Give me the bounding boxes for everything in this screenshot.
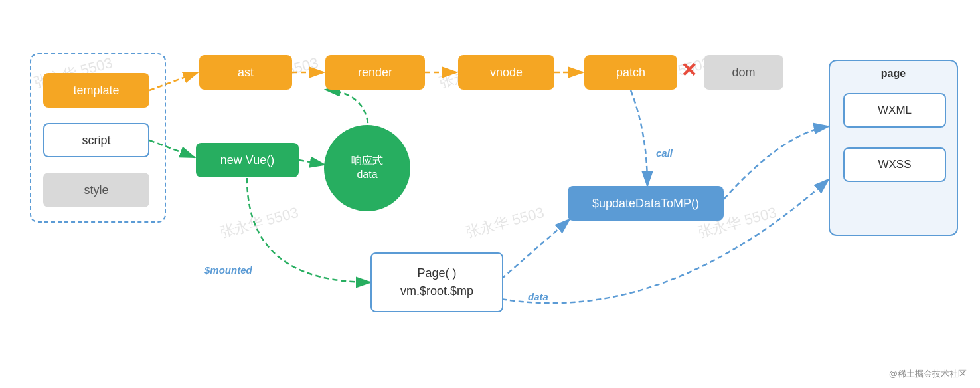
template-box: template <box>43 73 149 108</box>
watermark-6: 张永华 5503 <box>463 203 546 242</box>
reactive-data-label: 响应式data <box>351 154 383 182</box>
wxml-label: WXML <box>878 104 912 117</box>
data-label: data <box>528 291 548 302</box>
reactive-data-box: 响应式data <box>324 125 410 211</box>
page-container: page WXML WXSS <box>829 60 958 236</box>
call-label: call <box>656 147 673 159</box>
render-label: render <box>358 66 392 80</box>
new-vue-box: new Vue() <box>196 143 299 177</box>
template-label: template <box>73 84 119 98</box>
svg-line-8 <box>299 160 325 165</box>
wxml-box: WXML <box>843 93 946 128</box>
script-box: script <box>43 123 149 157</box>
style-label: style <box>84 183 108 197</box>
watermark-5: 张永华 5503 <box>218 203 301 242</box>
new-vue-label: new Vue() <box>220 153 274 167</box>
render-box: render <box>325 55 425 90</box>
svg-line-9 <box>501 219 570 279</box>
page-vm-line1: Page( ) <box>417 266 456 280</box>
mounted-label: $mounted <box>204 264 252 276</box>
patch-label: patch <box>616 66 645 80</box>
update-data-box: $updateDataToMP() <box>568 186 724 221</box>
vnode-box: vnode <box>458 55 554 90</box>
ast-box: ast <box>199 55 292 90</box>
footer-text: @稀土掘金技术社区 <box>889 368 967 380</box>
page-title: page <box>830 68 957 80</box>
page-vm-box: Page( ) vm.$root.$mp <box>370 252 503 312</box>
style-box: style <box>43 173 149 207</box>
wxss-label: WXSS <box>878 158 911 171</box>
dom-box: dom <box>704 55 783 90</box>
script-label: script <box>82 134 110 147</box>
diagram-container: 张永华 5503 张永华 5503 张永华 5503 张永华 5503 张永华 … <box>0 0 980 388</box>
page-vm-line2: vm.$root.$mp <box>400 284 473 298</box>
wxss-box: WXSS <box>843 147 946 182</box>
dom-label: dom <box>732 66 755 80</box>
patch-box: patch <box>584 55 677 90</box>
ast-label: ast <box>238 66 254 80</box>
cross-mark: ✕ <box>681 58 697 82</box>
update-data-label: $updateDataToMP() <box>592 197 699 211</box>
vnode-label: vnode <box>490 66 523 80</box>
